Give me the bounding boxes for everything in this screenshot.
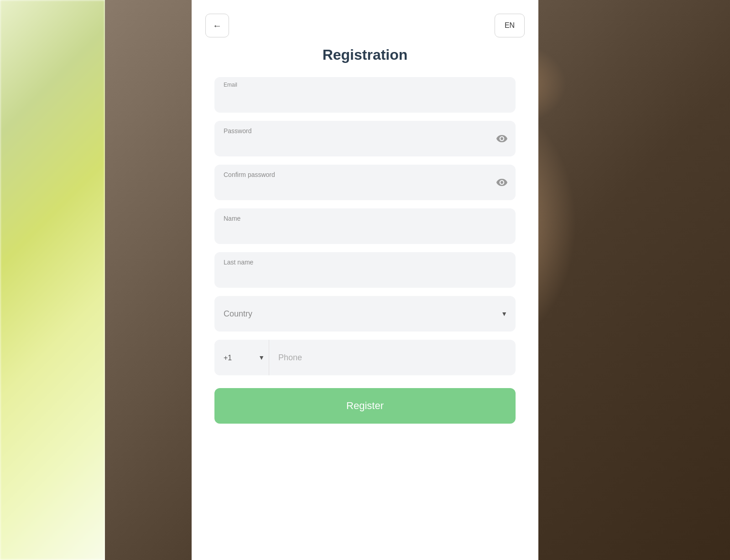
- registration-modal: ← EN Registration Email Password Confirm…: [192, 0, 538, 560]
- confirm-password-eye-icon[interactable]: [496, 179, 507, 186]
- email-field-wrapper: Email: [214, 77, 516, 113]
- password-eye-icon[interactable]: [496, 135, 507, 142]
- page-title: Registration: [323, 47, 408, 63]
- back-arrow-icon: ←: [213, 21, 222, 31]
- language-button[interactable]: EN: [495, 14, 525, 37]
- country-select[interactable]: Country United States United Kingdom Can…: [214, 296, 516, 332]
- name-field-wrapper: Name: [214, 208, 516, 244]
- confirm-password-field-wrapper: Confirm password: [214, 165, 516, 200]
- back-button[interactable]: ←: [205, 14, 229, 37]
- country-field-wrapper: Country United States United Kingdom Can…: [214, 296, 516, 332]
- phone-input[interactable]: [269, 340, 516, 375]
- phone-code-wrapper: +1 +44 +49 +33 +61 ▼: [214, 340, 269, 375]
- password-field-wrapper: Password: [214, 121, 516, 156]
- phone-field-wrapper: +1 +44 +49 +33 +61 ▼: [214, 340, 516, 375]
- phone-code-select[interactable]: +1 +44 +49 +33 +61: [214, 340, 269, 375]
- confirm-password-input[interactable]: [214, 165, 516, 200]
- last-name-input[interactable]: [214, 252, 516, 288]
- register-button-label: Register: [346, 400, 384, 411]
- modal-header: ← EN: [192, 14, 538, 37]
- name-input[interactable]: [214, 208, 516, 244]
- language-label: EN: [505, 21, 515, 30]
- registration-form: Email Password Confirm password: [192, 77, 538, 424]
- password-input[interactable]: [214, 121, 516, 156]
- last-name-field-wrapper: Last name: [214, 252, 516, 288]
- register-button[interactable]: Register: [214, 388, 516, 424]
- email-input[interactable]: [214, 77, 516, 113]
